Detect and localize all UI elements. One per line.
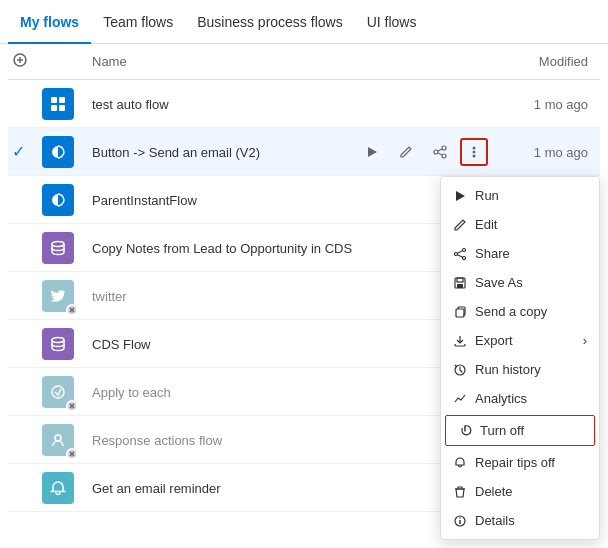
svg-point-19 [463,256,466,259]
menu-label: Share [475,246,510,261]
svg-point-33 [52,337,64,342]
menu-item-turn-off[interactable]: Turn off [445,415,595,446]
menu-label: Repair tips off [475,455,555,470]
run-button[interactable] [358,138,386,166]
svg-line-11 [438,149,442,151]
svg-point-17 [463,248,466,251]
modified-date: 1 mo ago [534,97,588,112]
flow-name: Button -> Send an email (V2) [92,145,260,160]
svg-point-10 [442,154,446,158]
svg-rect-6 [59,105,65,111]
menu-item-send-copy[interactable]: Send a copy [441,297,599,326]
flow-name: test auto flow [92,97,169,112]
menu-item-export[interactable]: Export › [441,326,599,355]
row-actions [358,138,488,166]
edit-button[interactable] [392,138,420,166]
flow-name: Response actions flow [92,433,222,448]
analytics-icon [453,392,467,406]
svg-point-9 [434,150,438,154]
svg-rect-3 [51,97,57,103]
trash-icon [453,485,467,499]
menu-label: Edit [475,217,497,232]
save-icon [453,276,467,290]
menu-label: Send a copy [475,304,547,319]
modified-date: 1 mo ago [534,145,588,160]
svg-point-34 [52,386,64,398]
menu-label: Delete [475,484,513,499]
export-icon [453,334,467,348]
column-name-header: Name [92,54,496,69]
svg-line-12 [438,153,442,155]
flow-name: Copy Notes from Lead to Opportunity in C… [92,241,352,256]
svg-point-37 [55,435,61,441]
svg-point-15 [473,154,476,157]
flow-icon [42,88,74,120]
flow-icon [42,280,74,312]
menu-item-repair-tips[interactable]: Repair tips off [441,448,599,477]
sort-icon [12,52,28,68]
svg-point-8 [442,146,446,150]
svg-point-18 [455,252,458,255]
flow-icon [42,232,74,264]
svg-rect-5 [51,105,57,111]
menu-label: Export [475,333,513,348]
flow-icon [42,184,74,216]
svg-marker-16 [456,191,465,201]
share-icon [453,247,467,261]
info-icon [453,514,467,528]
menu-item-details[interactable]: Details [441,506,599,535]
svg-line-20 [458,250,463,252]
flow-icon [42,136,74,168]
column-modified-header: Modified [496,54,596,69]
flow-icon [42,472,74,504]
flow-name: ParentInstantFlow [92,193,197,208]
flow-name: Apply to each [92,385,171,400]
menu-item-run-history[interactable]: Run history [441,355,599,384]
menu-item-share[interactable]: Share [441,239,599,268]
more-button[interactable] [460,138,488,166]
tab-team-flows[interactable]: Team flows [91,0,185,44]
copy-icon [453,305,467,319]
flow-name: twitter [92,289,127,304]
bell-icon [453,456,467,470]
flow-name: CDS Flow [92,337,151,352]
flow-icon [42,376,74,408]
svg-line-21 [458,254,463,256]
svg-marker-7 [368,147,377,157]
menu-item-delete[interactable]: Delete [441,477,599,506]
menu-label: Analytics [475,391,527,406]
tab-ui-flows[interactable]: UI flows [355,0,429,44]
flow-icon-cell [42,136,92,168]
history-icon [453,363,467,377]
menu-item-run[interactable]: Run [441,181,599,210]
tabs-bar: My flows Team flows Business process flo… [0,0,608,44]
play-icon [453,189,467,203]
svg-rect-23 [457,278,463,282]
menu-item-edit[interactable]: Edit [441,210,599,239]
menu-label: Run history [475,362,541,377]
menu-item-save-as[interactable]: Save As [441,268,599,297]
tab-my-flows[interactable]: My flows [8,0,91,44]
share-button[interactable] [426,138,454,166]
table-header: Name Modified [8,44,600,80]
tab-business-process-flows[interactable]: Business process flows [185,0,355,44]
pencil-icon [453,218,467,232]
menu-label: Turn off [480,423,524,438]
flow-icon-cell [42,88,92,120]
menu-item-analytics[interactable]: Analytics [441,384,599,413]
svg-point-30 [52,241,64,246]
flow-name: Get an email reminder [92,481,221,496]
svg-point-13 [473,146,476,149]
svg-rect-24 [457,284,463,288]
context-menu: Run Edit Share Save As Send a copy Expor… [440,176,600,540]
table-row[interactable]: ✓ Button -> Send an email (V2) 1 mo ago [8,128,600,176]
check-icon: ✓ [12,143,25,160]
chevron-right-icon: › [583,333,587,348]
menu-label: Run [475,188,499,203]
table-row[interactable]: test auto flow 1 mo ago [8,80,600,128]
flow-icon [42,424,74,456]
menu-label: Save As [475,275,523,290]
menu-label: Details [475,513,515,528]
svg-point-14 [473,150,476,153]
power-icon [458,424,472,438]
